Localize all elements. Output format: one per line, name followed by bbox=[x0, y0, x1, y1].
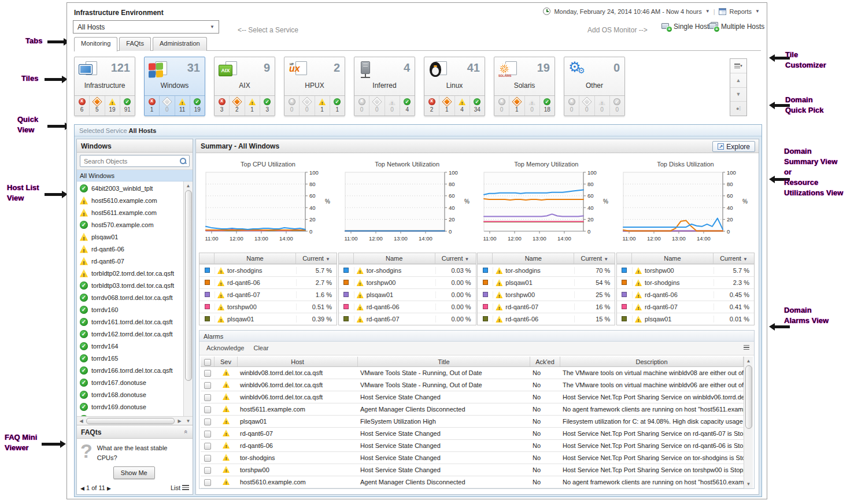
multiple-hosts-button[interactable]: + Multiple Hosts bbox=[709, 23, 764, 31]
alarm-row[interactable]: rd-qant6-06Host Service State ChangedNoH… bbox=[201, 440, 744, 452]
tile-aix[interactable]: AIX9AIX3213 bbox=[214, 57, 275, 116]
table-row[interactable]: plsqaw010.39 % bbox=[199, 313, 337, 325]
tile-linux[interactable]: 41Linux21434 bbox=[424, 57, 485, 116]
tile-options-button[interactable]: ●⁞ bbox=[730, 102, 746, 116]
host-list-item[interactable]: torrdv165 bbox=[77, 352, 183, 364]
host-list-item[interactable]: torbldtp02.torrd.del.tor.ca.qsft bbox=[77, 267, 183, 279]
table-row[interactable]: torshpw0025 % bbox=[478, 288, 615, 301]
chevron-down-icon[interactable]: ▼ bbox=[705, 9, 710, 14]
table-row[interactable]: tor-shodgins2.3 % bbox=[617, 276, 754, 288]
scroll-left-icon[interactable]: ◀ bbox=[77, 418, 86, 424]
alarm-row[interactable]: host5611.example.comAgent Manager Client… bbox=[201, 403, 744, 416]
chevron-down-icon[interactable]: ▼ bbox=[755, 9, 760, 14]
table-row[interactable]: rd-qant6-071.6 % bbox=[199, 288, 337, 301]
table-row[interactable]: rd-qant6-060.00 % bbox=[339, 301, 476, 313]
current-column-header[interactable]: Current ▼ bbox=[296, 253, 337, 264]
alarm-row[interactable]: plsqaw01FileSystem Utilization HighNoFil… bbox=[201, 416, 744, 428]
alarm-checkbox[interactable] bbox=[204, 479, 211, 486]
host-list-item[interactable]: rd-qant6-07 bbox=[77, 255, 183, 267]
table-row[interactable]: tor-shodgins70 % bbox=[478, 264, 615, 276]
table-row[interactable]: rd-qant6-0615 % bbox=[478, 313, 615, 325]
host-list-item[interactable]: torrdv162.torrd.del.tor.ca.qsft bbox=[77, 328, 183, 340]
alarm-checkbox[interactable] bbox=[204, 467, 211, 474]
table-row[interactable]: torshpw000.00 % bbox=[339, 276, 476, 288]
alarm-row[interactable]: tor-shodginsHost Service State ChangedNo… bbox=[201, 452, 744, 464]
scroll-thumb[interactable] bbox=[745, 365, 752, 429]
tile-inferred[interactable]: 4Inferred0004 bbox=[354, 57, 415, 116]
pager-prev-icon[interactable]: ◀ bbox=[80, 486, 84, 491]
alarm-checkbox[interactable] bbox=[204, 418, 211, 425]
alarm-checkbox[interactable] bbox=[204, 443, 211, 450]
alarm-row[interactable]: winbldv08.torrd.del.tor.ca.qsftVMware To… bbox=[201, 367, 744, 379]
table-row[interactable]: rd-qant6-060.45 % bbox=[617, 288, 754, 301]
current-column-header[interactable]: Current ▼ bbox=[435, 253, 476, 264]
host-list-hscrollbar[interactable]: ◀ ▶ ▼ bbox=[77, 416, 193, 425]
host-list-item[interactable]: plsqaw01 bbox=[77, 231, 183, 243]
alarm-checkbox[interactable] bbox=[204, 406, 211, 413]
alarms-vscrollbar[interactable]: ▲ ▼ bbox=[744, 357, 753, 488]
tile-hpux[interactable]: HPux2HPUX0011 bbox=[284, 57, 345, 116]
scroll-down-icon[interactable]: ▼ bbox=[746, 480, 751, 488]
pager-next-icon[interactable]: ▶ bbox=[107, 486, 111, 491]
tile-other[interactable]: ⚙⚙0Other0000 bbox=[564, 57, 625, 116]
host-list-item[interactable]: torbldtp03.torrd.del.tor.ca.qsft bbox=[77, 279, 183, 291]
explore-button[interactable]: ↗ Explore bbox=[712, 141, 755, 152]
scroll-down-icon[interactable]: ▼ bbox=[184, 418, 193, 424]
move-up-button[interactable]: ▲ bbox=[730, 73, 746, 88]
current-column-header[interactable]: Current ▼ bbox=[714, 253, 754, 264]
host-list-item[interactable]: torrdv166.torrd.del.tor.ca.qsft bbox=[77, 364, 183, 376]
alarm-checkbox[interactable] bbox=[204, 431, 211, 438]
tab-administration[interactable]: Administration bbox=[153, 37, 207, 51]
reports-menu[interactable]: Reports bbox=[730, 8, 752, 15]
host-list-vscrollbar[interactable]: ▲ bbox=[183, 181, 193, 416]
table-row[interactable]: torshpw005.7 % bbox=[617, 264, 754, 276]
host-list-item[interactable]: torrdv169.donotuse bbox=[77, 401, 183, 413]
host-list-item[interactable]: torrdv161.torrd.del.tor.ca.qsft bbox=[77, 316, 183, 328]
alarm-row[interactable]: winbldv06.torrd.del.tor.ca.qsftHost Serv… bbox=[201, 391, 744, 403]
table-row[interactable]: tor-shodgins0.03 % bbox=[339, 264, 476, 276]
service-selector[interactable]: All Hosts ▼ bbox=[73, 20, 219, 34]
tile-layout-menu-button[interactable]: ▾ bbox=[730, 59, 746, 73]
alarm-row[interactable]: host5610.example.comAgent Manager Client… bbox=[201, 476, 744, 488]
collapse-icon[interactable]: « bbox=[183, 430, 190, 433]
select-all-checkbox[interactable] bbox=[204, 359, 211, 366]
host-list-item[interactable]: host5610.example.com bbox=[77, 194, 183, 206]
tab-monitoring[interactable]: Monitoring bbox=[74, 37, 117, 51]
alarm-checkbox[interactable] bbox=[204, 382, 211, 389]
search-input[interactable] bbox=[83, 157, 179, 165]
host-list-item[interactable]: torrdv068.torrd.del.tor.ca.qsft bbox=[77, 291, 183, 303]
table-row[interactable]: tor-shodgins5.7 % bbox=[199, 264, 337, 276]
table-row[interactable]: rd-qant6-062.7 % bbox=[199, 276, 337, 288]
host-list-item[interactable]: torrdv168.donotuse bbox=[77, 388, 183, 401]
alarm-checkbox[interactable] bbox=[204, 370, 211, 377]
clear-button[interactable]: Clear bbox=[253, 344, 268, 355]
host-list-item[interactable]: torrdv160 bbox=[77, 303, 183, 316]
tile-infrastructure[interactable]: 121Infrastructure651991 bbox=[74, 57, 135, 116]
tile-windows[interactable]: 31Windows101119 bbox=[144, 57, 205, 116]
tab-faqts[interactable]: FAQts bbox=[119, 37, 151, 51]
alarm-checkbox[interactable] bbox=[204, 394, 211, 401]
alarm-row[interactable]: rd-qant6-07Host Service State ChangedNoH… bbox=[201, 428, 744, 440]
scroll-thumb[interactable] bbox=[185, 190, 192, 381]
alarm-row[interactable]: torshpw00Host Service State ChangedNoHos… bbox=[201, 464, 744, 476]
time-range-control[interactable]: Monday, February 24, 2014 10:46 AM - Now… bbox=[554, 8, 701, 15]
table-row[interactable]: torshpw000.51 % bbox=[199, 301, 337, 313]
tile-solaris[interactable]: SOLARIS19Solaris01018 bbox=[494, 57, 555, 116]
host-list-item[interactable]: 64bit2003_winbld_tplt bbox=[77, 182, 183, 194]
table-row[interactable]: rd-qant6-070.00 % bbox=[339, 313, 476, 325]
current-column-header[interactable]: Current ▼ bbox=[574, 253, 615, 264]
faq-list-button[interactable]: List bbox=[171, 484, 189, 491]
table-row[interactable]: plsqaw010.00 % bbox=[339, 288, 476, 301]
host-list-item[interactable]: torrdv167.donotuse bbox=[77, 376, 183, 388]
move-down-button[interactable]: ▼ bbox=[730, 88, 746, 102]
alarm-row[interactable]: winbldv06.torrd.del.tor.ca.qsftVMware To… bbox=[201, 379, 744, 391]
host-list-item[interactable]: torrdv164 bbox=[77, 340, 183, 352]
alarm-checkbox[interactable] bbox=[204, 455, 211, 462]
acknowledge-button[interactable]: Acknowledge bbox=[206, 344, 244, 355]
table-row[interactable]: rd-qant6-0716 % bbox=[478, 301, 615, 313]
host-list-item[interactable]: host5611.example.com bbox=[77, 206, 183, 218]
table-row[interactable]: rd-qant6-070.41 % bbox=[617, 301, 754, 313]
table-row[interactable]: plsqaw010.01 % bbox=[617, 313, 754, 325]
show-me-button[interactable]: Show Me bbox=[113, 466, 155, 479]
host-list-item[interactable]: host570.example.com bbox=[77, 218, 183, 231]
